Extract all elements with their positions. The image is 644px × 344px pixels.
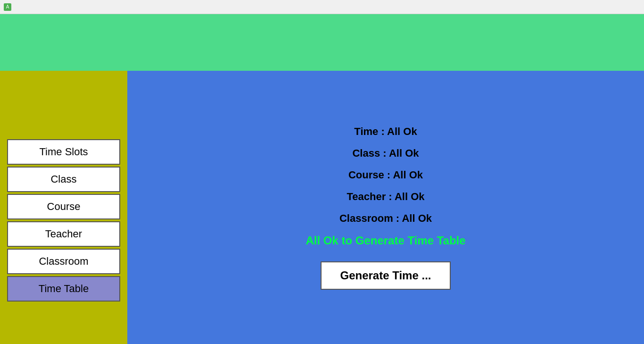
all-ok-message: All Ok to Generate Time Table [305,234,465,247]
sidebar-btn-time-slots[interactable]: Time Slots [7,139,120,165]
title-bar-controls [597,2,640,12]
minimize-button[interactable] [597,2,610,12]
status-teacher: Teacher : All Ok [347,191,424,203]
sidebar-btn-classroom[interactable]: Classroom [7,249,120,274]
content-area: Time : All Ok Class : All Ok Course : Al… [127,71,644,344]
status-class: Class : All Ok [352,147,419,159]
maximize-button[interactable] [612,2,625,12]
title-bar: A [0,0,644,14]
sidebar-btn-time-table[interactable]: Time Table [7,276,120,302]
generate-button[interactable]: Generate Time ... [321,261,451,290]
sidebar-btn-course[interactable]: Course [7,194,120,219]
sidebar: Time SlotsClassCourseTeacherClassroomTim… [0,71,127,344]
status-course: Course : All Ok [348,169,423,181]
status-classroom: Classroom : All Ok [339,212,432,225]
status-time: Time : All Ok [354,126,417,138]
close-button[interactable] [627,2,640,12]
title-bar-left: A [4,3,14,11]
app-header [0,14,644,71]
main-layout: Time SlotsClassCourseTeacherClassroomTim… [0,71,644,344]
sidebar-btn-class[interactable]: Class [7,167,120,192]
app-icon: A [4,3,11,11]
sidebar-btn-teacher[interactable]: Teacher [7,221,120,247]
